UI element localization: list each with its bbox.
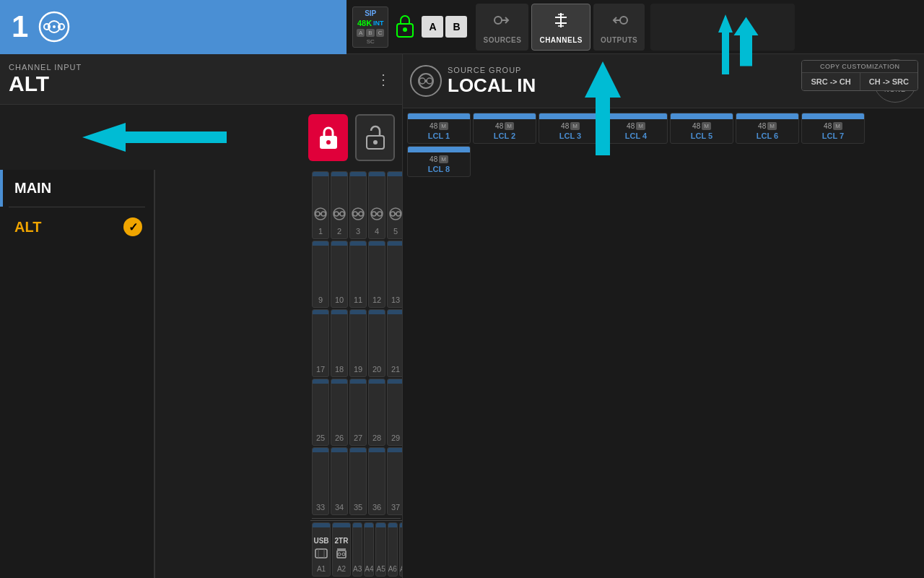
grid-cell-a6[interactable]: A6 <box>388 522 398 577</box>
copy-buttons-row: SRC -> CH CH -> SRC <box>802 73 918 90</box>
grid-cell-21[interactable]: 21 <box>387 309 402 377</box>
grid-cell-17[interactable]: 17 <box>312 309 329 377</box>
cell-5-icon <box>388 206 402 226</box>
lock-red-button[interactable] <box>308 114 348 161</box>
svg-point-22 <box>321 212 326 216</box>
source-text: SOURCE GROUP LOCAL IN <box>448 66 842 97</box>
src-to-ch-button[interactable]: SRC -> CH <box>802 73 860 90</box>
grid-cell-27[interactable]: 27 <box>349 379 367 447</box>
grid-cell-12[interactable]: 12 <box>368 241 385 309</box>
cyan-arrow-left <box>7 116 301 159</box>
grid-cell-26[interactable]: 26 <box>331 379 348 447</box>
svg-point-37 <box>391 212 395 216</box>
grid-cell-9[interactable]: 9 <box>312 241 329 309</box>
toolbar-buttons: SIP 48K INT A B C SC A <box>346 1 924 53</box>
grid-cell-3[interactable]: 3 <box>349 171 367 239</box>
sources-icon <box>492 10 513 35</box>
grid-cell-25[interactable]: 25 <box>312 379 329 447</box>
grid-cell-28[interactable]: 28 <box>368 379 385 447</box>
grid-cell-18[interactable]: 18 <box>331 309 348 377</box>
svg-point-39 <box>395 212 397 215</box>
grid-cell-20[interactable]: 20 <box>368 309 385 377</box>
src-channel-lcl1[interactable]: 48 M LCL 1 <box>407 113 471 144</box>
svg-point-30 <box>359 212 363 216</box>
grid-cell-a7[interactable]: A7 <box>399 522 402 577</box>
grid-cell-35[interactable]: 35 <box>349 447 367 515</box>
grid-cell-36[interactable]: 36 <box>368 447 385 515</box>
grid-cell-a5[interactable]: A5 <box>375 522 385 577</box>
svg-point-25 <box>334 212 339 216</box>
svg-point-17 <box>326 140 331 144</box>
source-group-label: SOURCE GROUP <box>448 66 842 74</box>
svg-point-34 <box>378 212 382 216</box>
svg-point-61 <box>427 78 432 84</box>
alt-option[interactable]: ALT ✓ <box>0 207 154 246</box>
channel-input-header: CHANNEL INPUT ALT ⋮ <box>0 54 402 105</box>
copy-customization-area: COPY CUSTOMIZATION SRC -> CH CH -> SRC <box>801 60 918 91</box>
alt-checkmark: ✓ <box>123 217 142 236</box>
svg-point-13 <box>620 17 627 24</box>
grid-cell-33[interactable]: 33 <box>312 447 329 515</box>
twotr-cell[interactable]: 2TR A2 <box>332 522 351 577</box>
cell-3-icon <box>350 206 366 226</box>
source-group-header: SOURCE GROUP LOCAL IN ▼ ✕ NONE COPY CUST… <box>403 54 924 108</box>
grid-cell-29[interactable]: 29 <box>387 379 402 447</box>
svg-point-7 <box>494 17 502 24</box>
svg-rect-65 <box>722 31 729 74</box>
lcl8-label: LCL 8 <box>428 165 450 173</box>
copy-customization-title: COPY CUSTOMIZATION <box>802 61 918 73</box>
channel-number: 1 <box>12 9 28 44</box>
svg-point-27 <box>339 212 341 215</box>
top-bar: 1 SIP 48K INT A B C SC <box>0 0 924 54</box>
grid-cell-34[interactable]: 34 <box>331 447 348 515</box>
ch-to-src-button[interactable]: CH -> SRC <box>860 73 918 90</box>
twotr-icon <box>333 545 350 565</box>
svg-point-19 <box>373 140 378 144</box>
svg-point-35 <box>376 212 378 215</box>
lock-open-button[interactable] <box>355 114 395 161</box>
right-panel: SOURCE GROUP LOCAL IN ▼ ✕ NONE COPY CUST… <box>403 54 924 578</box>
usb-icon <box>313 545 330 565</box>
sources-nav-button[interactable]: SOURCES <box>476 4 528 51</box>
cell-1-icon <box>313 206 328 226</box>
channels-nav-button[interactable]: CHANNELS <box>531 4 590 51</box>
grid-cell-13[interactable]: 13 <box>387 241 402 309</box>
grid-cell-10[interactable]: 10 <box>331 241 348 309</box>
svg-point-31 <box>357 212 359 215</box>
svg-point-57 <box>338 553 341 556</box>
lcl2-label: LCL 2 <box>494 131 515 140</box>
svg-rect-15 <box>122 131 227 143</box>
source-channels-grid: 48 M LCL 1 48 M LCL 2 48 M LCL 3 <box>403 108 924 181</box>
main-option[interactable]: MAIN <box>0 170 154 207</box>
grid-cell-5[interactable]: 5 <box>387 171 402 239</box>
channel-input-menu[interactable]: ⋮ <box>373 68 393 91</box>
tape-icon <box>37 9 71 44</box>
outputs-icon <box>609 10 629 35</box>
src-channel-lcl6[interactable]: 48 M LCL 6 <box>736 113 799 144</box>
svg-marker-64 <box>718 14 733 33</box>
svg-point-26 <box>340 212 344 216</box>
grid-cell-11[interactable]: 11 <box>349 241 367 309</box>
grid-cell-a3[interactable]: A3 <box>352 522 362 577</box>
outputs-label: OUTPUTS <box>601 36 637 44</box>
lcl6-label: LCL 6 <box>757 131 778 140</box>
track-a: A <box>357 29 365 37</box>
svg-point-23 <box>320 212 322 215</box>
src-channel-lcl8[interactable]: 48 M LCL 8 <box>407 146 471 177</box>
src-channel-lcl4[interactable]: 48 M LCL 4 <box>604 113 668 144</box>
src-channel-lcl5[interactable]: 48 M LCL 5 <box>670 113 733 144</box>
outputs-nav-button[interactable]: OUTPUTS <box>593 4 645 51</box>
grid-cell-19[interactable]: 19 <box>349 309 367 377</box>
usb-cell[interactable]: USB A1 <box>312 522 331 577</box>
lcl5-label: LCL 5 <box>691 131 712 140</box>
src-channel-lcl7[interactable]: 48 M LCL 7 <box>801 113 865 144</box>
src-channel-lcl2[interactable]: 48 M LCL 2 <box>473 113 536 144</box>
grid-cell-4[interactable]: 4 <box>368 171 385 239</box>
grid-cell-a4[interactable]: A4 <box>364 522 374 577</box>
b-button[interactable]: B <box>445 16 467 38</box>
src-channel-lcl3[interactable]: 48 M LCL 3 <box>539 113 602 144</box>
a-button[interactable]: A <box>422 16 443 38</box>
grid-cell-37[interactable]: 37 <box>387 447 402 515</box>
grid-cell-1[interactable]: 1 <box>312 171 329 239</box>
grid-cell-2[interactable]: 2 <box>331 171 348 239</box>
